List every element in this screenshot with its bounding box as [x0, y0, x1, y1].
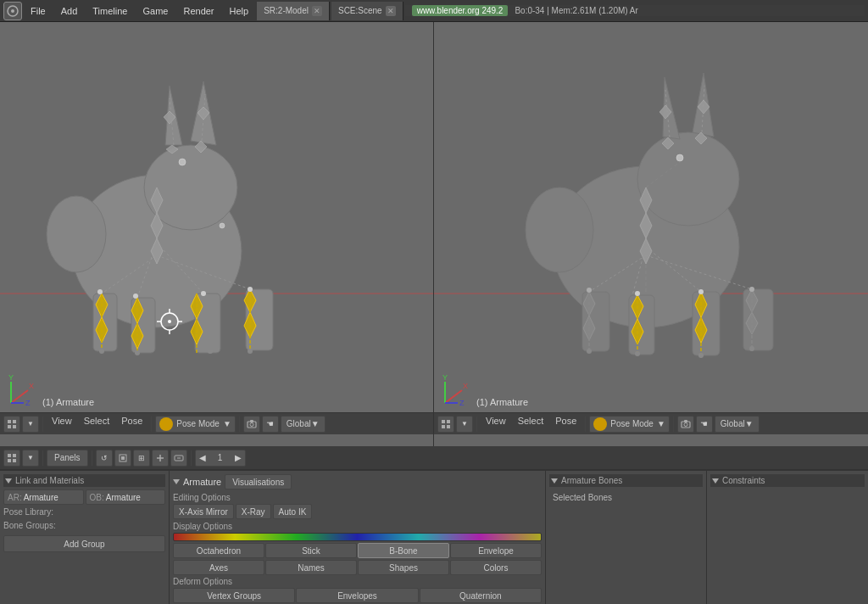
vp-right-hand[interactable]: ☚	[696, 416, 713, 433]
panel-icon2[interactable]: ▼	[22, 450, 39, 467]
deform-options-title: Deform Options	[173, 577, 542, 586]
link-materials-label: Link and Materials	[15, 476, 84, 485]
panel-icon5[interactable]: ⊞	[133, 450, 150, 467]
panel-toolbar: ▼ Panels ↺ ⊞ ◀ 1 ▶	[0, 446, 868, 470]
add-group-button[interactable]: Add Group	[3, 535, 165, 552]
vp-right-icon1[interactable]	[437, 416, 454, 433]
tab-sr2-model[interactable]: SR:2-Model ✕	[257, 2, 330, 20]
axis-indicator-left: X Y Z	[7, 373, 41, 407]
ar-ob-row: AR: Armature OB: Armature	[3, 489, 165, 505]
viewport-right-canvas[interactable]: X Y Z (1) Armature	[434, 22, 868, 412]
panel-icon7[interactable]	[170, 450, 187, 467]
envelope-btn[interactable]: Envelope	[450, 543, 542, 558]
viewport-left[interactable]: X Y Z (1) Armature ▼ View Se	[0, 22, 434, 446]
menu-render[interactable]: Render	[176, 4, 220, 18]
tab-sce-scene[interactable]: SCE:Scene ✕	[331, 2, 403, 20]
armature-expand-icon	[173, 479, 180, 484]
tab-sce-scene-label: SCE:Scene	[338, 6, 382, 15]
envelopes-btn[interactable]: Envelopes	[296, 588, 418, 603]
svg-point-47	[220, 223, 225, 228]
svg-text:Z: Z	[459, 399, 465, 407]
menu-game[interactable]: Game	[136, 4, 175, 18]
svg-rect-141	[121, 456, 125, 460]
bone-groups-label: Bone Groups:	[3, 521, 56, 530]
vp-left-icon1[interactable]	[3, 416, 20, 433]
frame-left-arrow[interactable]: ◀	[199, 453, 206, 462]
shapes-btn[interactable]: Shapes	[358, 560, 449, 575]
visualisations-button[interactable]: Visualisations	[225, 474, 292, 489]
vp-right-mode-select[interactable]: Pose Mode ▼	[589, 416, 670, 433]
svg-rect-138	[8, 459, 11, 462]
menu-help[interactable]: Help	[223, 4, 256, 18]
display-row2: Axes Names Shapes Colors	[173, 560, 542, 575]
svg-point-117	[749, 287, 754, 292]
axes-btn[interactable]: Axes	[173, 560, 264, 575]
stick-btn[interactable]: Stick	[265, 543, 357, 558]
mode-dropdown-arrow-r: ▼	[657, 419, 665, 428]
frame-number-field[interactable]: ◀ 1 ▶	[195, 450, 246, 467]
viewport-right[interactable]: X Y Z (1) Armature ▼ View Se	[434, 22, 868, 446]
svg-point-52	[208, 349, 213, 354]
names-btn[interactable]: Names	[265, 560, 357, 575]
vp-left-view-btn[interactable]: View	[47, 416, 77, 433]
model-svg-left	[0, 22, 433, 412]
auto-ik-btn[interactable]: Auto IK	[273, 504, 313, 519]
svg-rect-131	[442, 425, 445, 428]
ar-field[interactable]: AR: Armature	[3, 489, 84, 505]
vp-left-select-btn[interactable]: Select	[79, 416, 115, 433]
colors-btn[interactable]: Colors	[450, 560, 542, 575]
panel-icon3[interactable]: ↺	[96, 450, 113, 467]
svg-point-119	[698, 353, 704, 358]
b-bone-btn[interactable]: B-Bone	[358, 543, 449, 558]
svg-rect-68	[250, 420, 253, 422]
x-ray-btn[interactable]: X-Ray	[236, 504, 271, 519]
vp-right-global-btn[interactable]: Global ▼	[715, 416, 760, 433]
vp-left-global-btn[interactable]: Global ▼	[281, 416, 326, 433]
svg-point-134	[684, 422, 687, 426]
blender-icon[interactable]	[3, 2, 22, 20]
pose-library-row: Pose Library:	[3, 507, 165, 518]
viewport-toolbar-left: ▼ View Select Pose Pose Mode ▼ ☚ Glo	[0, 412, 433, 434]
svg-point-46	[168, 320, 171, 323]
vp-left-mode-select[interactable]: Pose Mode ▼	[155, 416, 236, 433]
vp-left-arrow[interactable]: ▼	[22, 416, 39, 433]
vp-left-mode-label: Pose Mode	[176, 419, 220, 428]
tab-sce-scene-close[interactable]: ✕	[386, 6, 396, 16]
frame-right-arrow[interactable]: ▶	[235, 453, 242, 462]
octahedron-btn[interactable]: Octahedron	[173, 543, 264, 558]
svg-rect-63	[13, 420, 16, 423]
vp-right-pose-btn[interactable]: Pose	[550, 416, 581, 433]
menu-file[interactable]: File	[24, 4, 53, 18]
selected-bones-label: Selected Bones	[549, 489, 703, 506]
quaternion-btn[interactable]: Quaternion	[420, 588, 542, 603]
vp-left-pose-btn[interactable]: Pose	[116, 416, 147, 433]
panel-icon4[interactable]	[114, 450, 131, 467]
menu-add[interactable]: Add	[54, 4, 85, 18]
vp-right-select-btn[interactable]: Select	[513, 416, 549, 433]
vp-right-camera[interactable]	[677, 416, 694, 433]
armature-properties-panel: Armature Visualisations Editing Options …	[170, 471, 546, 604]
vertex-groups-btn[interactable]: Vertex Groups	[173, 588, 295, 603]
panels-button[interactable]: Panels	[47, 450, 88, 467]
svg-point-50	[248, 287, 253, 292]
viewport-toolbar-right: ▼ View Select Pose Pose Mode ▼ ☚ Glo	[434, 412, 868, 434]
ob-field[interactable]: OB: Armature	[86, 489, 166, 505]
panel-icon6[interactable]	[152, 450, 169, 467]
panel-icon1[interactable]	[3, 450, 20, 467]
vp-right-view-btn[interactable]: View	[481, 416, 511, 433]
svg-text:X: X	[29, 382, 34, 390]
vp-left-hand[interactable]: ☚	[262, 416, 279, 433]
memory-info: Bo:0-34 | Mem:2.61M (1.20M) Ar	[515, 6, 637, 15]
vp-left-camera[interactable]	[243, 416, 260, 433]
viewport-left-canvas[interactable]: X Y Z (1) Armature	[0, 22, 433, 412]
x-axis-mirror-btn[interactable]: X-Axis Mirror	[173, 504, 234, 519]
bone-groups-row: Bone Groups:	[3, 521, 165, 532]
svg-text:X: X	[463, 382, 468, 390]
vp-right-arrow[interactable]: ▼	[456, 416, 473, 433]
info-bar: www.blender.org 249.2 Bo:0-34 | Mem:2.61…	[405, 5, 865, 16]
display-options-title: Display Options	[173, 522, 542, 531]
tab-sr2-model-close[interactable]: ✕	[312, 6, 322, 16]
display-color-row	[173, 533, 542, 541]
svg-point-122	[587, 349, 592, 354]
menu-timeline[interactable]: Timeline	[86, 4, 134, 18]
